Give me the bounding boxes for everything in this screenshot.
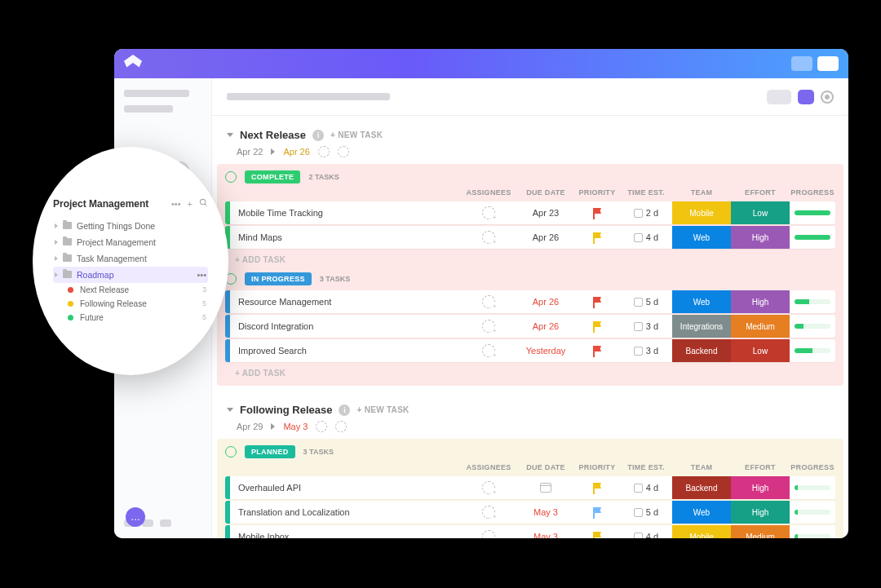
status-circle-icon[interactable] [225, 171, 237, 183]
effort-tag[interactable]: Medium [731, 315, 790, 338]
task-due[interactable]: May 3 [533, 532, 558, 538]
task-row[interactable]: Discord Integration Apr 26 3 d Integrati… [225, 315, 835, 338]
progress-bar[interactable] [795, 324, 830, 329]
progress-bar[interactable] [795, 235, 830, 240]
col-assignees[interactable]: ASSIGNEES [460, 463, 517, 471]
col-progress[interactable]: PROGRESS [790, 188, 835, 197]
effort-tag[interactable]: Medium [731, 525, 790, 538]
col-due[interactable]: DUE DATE [517, 463, 574, 471]
task-due[interactable]: May 3 [533, 507, 558, 517]
task-name[interactable]: Overhauled API [230, 483, 460, 493]
team-tag[interactable]: Integrations [672, 315, 731, 338]
add-circle-icon[interactable] [335, 421, 347, 432]
task-name[interactable]: Resource Management [230, 297, 460, 307]
task-estimate[interactable]: 5 d [646, 507, 658, 517]
team-tag[interactable]: Mobile [672, 525, 731, 538]
folder-item[interactable]: Roadmap ••• [53, 267, 208, 283]
list-item[interactable]: Next Release 3 [53, 283, 208, 297]
add-task-button[interactable]: + ADD TASK [217, 364, 843, 382]
progress-bar[interactable] [795, 534, 830, 538]
progress-bar[interactable] [795, 348, 830, 353]
task-row[interactable]: Improved Search Yesterday 3 d Backend Lo… [225, 339, 835, 362]
task-due[interactable]: Apr 26 [533, 297, 559, 307]
status-circle-icon[interactable] [225, 446, 237, 458]
assignee-add-icon[interactable] [482, 530, 495, 538]
task-row[interactable]: Mobile Inbox May 3 4 d Mobile Medium [225, 525, 835, 538]
priority-flag-icon[interactable] [592, 533, 602, 538]
assignee-placeholder-icon[interactable] [316, 421, 327, 432]
task-estimate[interactable]: 3 d [646, 346, 658, 356]
assignee-add-icon[interactable] [482, 206, 495, 219]
status-badge[interactable]: PLANNED [245, 445, 295, 458]
task-row[interactable]: Mind Maps Apr 26 4 d Web High [225, 226, 835, 249]
info-icon[interactable]: i [339, 405, 350, 416]
topbar-button-a[interactable] [791, 56, 812, 71]
plus-icon[interactable]: + [188, 199, 193, 209]
progress-bar[interactable] [795, 210, 830, 215]
effort-tag[interactable]: Low [731, 201, 790, 224]
chevron-down-icon[interactable] [227, 133, 233, 137]
team-tag[interactable]: Web [672, 226, 731, 249]
priority-flag-icon[interactable] [592, 322, 602, 330]
assignee-add-icon[interactable] [482, 320, 495, 333]
col-effort[interactable]: EFFORT [731, 463, 790, 471]
add-task-button[interactable]: + ADD TASK [217, 250, 843, 269]
more-icon[interactable]: ••• [171, 199, 181, 209]
progress-bar[interactable] [795, 510, 830, 515]
effort-tag[interactable]: High [731, 476, 790, 499]
effort-tag[interactable]: High [731, 501, 790, 524]
col-assignees[interactable]: ASSIGNEES [460, 188, 517, 197]
status-badge[interactable]: COMPLETE [245, 170, 300, 183]
more-icon[interactable]: ••• [197, 270, 206, 280]
task-name[interactable]: Discord Integration [230, 321, 460, 331]
col-progress[interactable]: PROGRESS [790, 463, 835, 471]
new-task-button[interactable]: + NEW TASK [356, 405, 409, 414]
folder-item[interactable]: Task Management [53, 250, 208, 267]
priority-flag-icon[interactable] [592, 484, 602, 492]
task-due[interactable]: Apr 23 [533, 208, 559, 218]
col-priority[interactable]: PRIORITY [574, 188, 620, 197]
assignee-add-icon[interactable] [482, 506, 495, 519]
priority-flag-icon[interactable] [592, 298, 602, 306]
task-due[interactable]: Apr 26 [533, 232, 559, 242]
assignee-add-icon[interactable] [482, 231, 495, 244]
col-priority[interactable]: PRIORITY [574, 463, 620, 471]
status-badge[interactable]: IN PROGRESS [245, 272, 312, 285]
assignee-placeholder-icon[interactable] [318, 146, 330, 157]
task-name[interactable]: Improved Search [230, 346, 460, 356]
assignee-add-icon[interactable] [482, 481, 495, 494]
task-name[interactable]: Mobile Time Tracking [230, 208, 460, 218]
calendar-icon[interactable] [540, 483, 551, 493]
col-est[interactable]: TIME EST. [620, 188, 672, 197]
chat-fab-icon[interactable] [126, 507, 145, 527]
assignee-add-icon[interactable] [482, 295, 495, 308]
new-task-button[interactable]: + NEW TASK [330, 130, 383, 139]
col-est[interactable]: TIME EST. [620, 463, 672, 471]
chevron-down-icon[interactable] [227, 408, 233, 412]
search-icon[interactable] [199, 198, 208, 209]
task-row[interactable]: Resource Management Apr 26 5 d Web High [225, 290, 835, 313]
add-circle-icon[interactable] [338, 146, 349, 157]
effort-tag[interactable]: High [731, 226, 790, 249]
folder-item[interactable]: Project Management [53, 234, 208, 250]
task-estimate[interactable]: 4 d [646, 232, 658, 242]
task-estimate[interactable]: 2 d [646, 208, 658, 218]
priority-flag-icon[interactable] [592, 209, 602, 217]
list-item[interactable]: Future 5 [53, 311, 208, 325]
task-name[interactable]: Mind Maps [230, 232, 460, 242]
task-estimate[interactable]: 5 d [646, 297, 658, 307]
info-icon[interactable]: i [312, 130, 324, 141]
topbar-button-b[interactable] [817, 56, 839, 71]
task-row[interactable]: Mobile Time Tracking Apr 23 2 d Mobile L… [225, 201, 835, 224]
assignee-add-icon[interactable] [482, 344, 495, 357]
team-tag[interactable]: Backend [672, 476, 731, 499]
view-toggle-b[interactable] [798, 90, 814, 104]
col-team[interactable]: TEAM [672, 188, 731, 197]
task-row[interactable]: Overhauled API 4 d Backend High [225, 476, 835, 499]
priority-flag-icon[interactable] [592, 347, 602, 355]
task-estimate[interactable]: 4 d [646, 483, 658, 493]
task-due[interactable]: Apr 26 [533, 321, 559, 331]
col-team[interactable]: TEAM [672, 463, 731, 471]
progress-bar[interactable] [795, 299, 830, 304]
team-tag[interactable]: Mobile [672, 201, 731, 224]
